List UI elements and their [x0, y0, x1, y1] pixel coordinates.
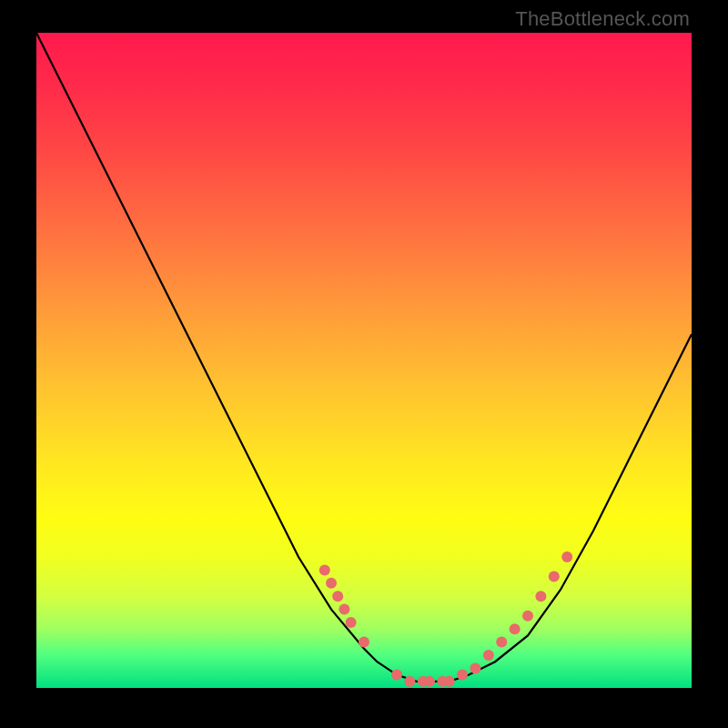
- chart-container: { "watermark": "TheBottleneck.com", "cha…: [0, 0, 728, 728]
- watermark-text: TheBottleneck.com: [515, 7, 690, 31]
- plot-background: [36, 33, 692, 688]
